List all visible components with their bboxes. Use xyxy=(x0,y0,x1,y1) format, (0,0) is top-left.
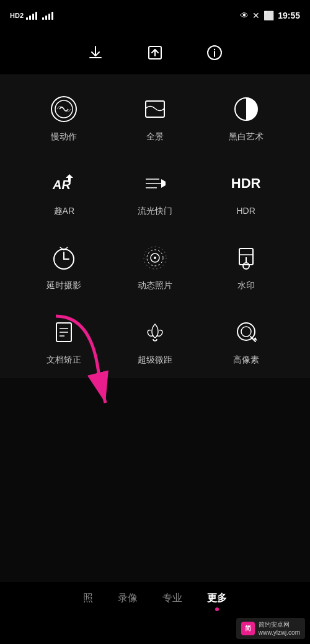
nav-photo[interactable]: 照 xyxy=(83,592,93,605)
mode-high-pixel[interactable]: 高像素 xyxy=(206,316,285,366)
signal-bars-2 xyxy=(42,11,53,20)
watermark-url: www.ylzwj.com xyxy=(259,629,300,637)
nfc-icon: ✕ xyxy=(252,11,260,20)
watermark-logo: 简 xyxy=(241,622,255,635)
signal-bar-3 xyxy=(32,14,34,20)
super-macro-icon xyxy=(139,316,171,348)
svg-point-12 xyxy=(154,257,156,259)
signal-bar-4 xyxy=(35,12,37,20)
watermark-site: 简约安卓网 xyxy=(259,620,300,629)
svg-point-23 xyxy=(241,327,251,337)
signal-bar2-4 xyxy=(51,12,53,20)
mode-light-door[interactable]: 流光快门 xyxy=(116,167,195,217)
watermark-label: 水印 xyxy=(237,280,255,291)
mode-slow-motion[interactable]: 慢动作 xyxy=(25,93,104,143)
ar-fun-label: 趣AR xyxy=(54,206,74,217)
panorama-icon xyxy=(139,93,171,125)
nav-photo-label: 照 xyxy=(83,592,93,605)
bw-art-label: 黑白艺术 xyxy=(229,131,264,143)
eye-icon: 👁 xyxy=(240,11,249,20)
hdr-icon: HDR xyxy=(230,167,262,200)
screenshot-icon: ⬜ xyxy=(264,11,274,20)
doc-correct-icon xyxy=(48,316,80,348)
mode-hdr[interactable]: HDR HDR xyxy=(206,167,285,217)
nav-pro-label: 专业 xyxy=(162,592,182,605)
mode-watermark[interactable]: 水印 xyxy=(206,242,285,291)
timelapse-icon xyxy=(48,242,80,274)
svg-text:AR: AR xyxy=(52,178,71,192)
edit-button[interactable] xyxy=(144,42,166,64)
mode-bw-art[interactable]: 黑白艺术 xyxy=(206,93,285,143)
high-pixel-icon xyxy=(230,316,262,348)
mode-grid: 慢动作 全景 黑白艺术 AR xyxy=(12,93,298,366)
watermark-icon xyxy=(230,242,262,274)
nav-video[interactable]: 录像 xyxy=(118,592,138,605)
download-button[interactable] xyxy=(84,42,107,64)
hd2-label: HD2 xyxy=(10,12,24,19)
status-right: 👁 ✕ ⬜ 19:55 xyxy=(240,11,300,20)
nav-video-label: 录像 xyxy=(118,592,138,605)
panorama-label: 全景 xyxy=(146,131,164,143)
mode-doc-correct[interactable]: 文档矫正 xyxy=(25,316,104,366)
high-pixel-label: 高像素 xyxy=(233,355,259,366)
main-content: 慢动作 全景 黑白艺术 AR xyxy=(0,74,310,378)
watermark-text: 简约安卓网 www.ylzwj.com xyxy=(259,620,300,637)
signal-bar2-3 xyxy=(48,14,50,20)
signal-bar2-2 xyxy=(45,15,47,20)
signal-bars xyxy=(26,11,37,20)
slow-motion-label: 慢动作 xyxy=(51,131,77,143)
dynamic-photo-icon xyxy=(139,242,171,274)
watermark-badge: 简 简约安卓网 www.ylzwj.com xyxy=(236,618,305,639)
mode-panorama[interactable]: 全景 xyxy=(116,93,195,143)
signal-bar-2 xyxy=(29,15,31,20)
status-left: HD2 xyxy=(10,11,53,20)
mode-super-macro[interactable]: 超级微距 xyxy=(116,316,195,366)
svg-point-2 xyxy=(214,49,215,50)
nav-more[interactable]: 更多 xyxy=(207,592,227,611)
top-toolbar xyxy=(0,31,310,74)
slow-motion-icon xyxy=(48,93,80,125)
info-button[interactable] xyxy=(203,42,226,64)
signal-bar2-1 xyxy=(42,17,44,20)
doc-correct-label: 文档矫正 xyxy=(46,355,81,366)
bw-art-icon xyxy=(230,93,262,125)
nav-pro[interactable]: 专业 xyxy=(162,592,182,605)
mode-ar-fun[interactable]: AR 趣AR xyxy=(25,167,104,217)
nav-more-dot xyxy=(215,607,219,611)
hdr-label: HDR xyxy=(236,206,255,216)
nav-more-label: 更多 xyxy=(207,592,227,605)
light-door-icon xyxy=(139,167,171,200)
timelapse-label: 延时摄影 xyxy=(46,280,81,291)
mode-timelapse[interactable]: 延时摄影 xyxy=(25,242,104,291)
mode-dynamic-photo[interactable]: 动态照片 xyxy=(116,242,195,291)
signal-bar-1 xyxy=(26,17,28,20)
svg-rect-5 xyxy=(146,101,164,117)
status-bar: HD2 👁 ✕ ⬜ 19:55 xyxy=(0,0,310,31)
dynamic-photo-label: 动态照片 xyxy=(138,280,172,291)
time-display: 19:55 xyxy=(278,11,300,20)
ar-fun-icon: AR xyxy=(48,167,80,200)
svg-point-17 xyxy=(243,263,249,269)
light-door-label: 流光快门 xyxy=(138,206,172,217)
super-macro-label: 超级微距 xyxy=(138,355,172,366)
